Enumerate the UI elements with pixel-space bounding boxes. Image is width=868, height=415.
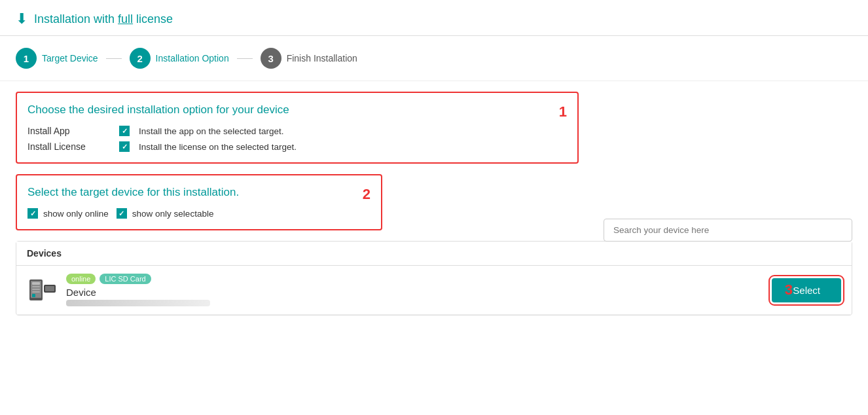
device-ip [66,300,210,306]
badge-lic-sd: LIC SD Card [99,274,151,284]
show-online-checkbox[interactable] [27,208,38,219]
install-app-checkbox[interactable] [119,126,130,136]
devices-header: Devices [16,242,852,266]
annotation-3: 3 [785,281,793,298]
option-2-description: Install the license on the selected targ… [139,142,567,152]
filter-selectable: show only selectable [117,208,214,219]
stepper: 1 Target Device 2 Installation Option 3 … [0,36,868,81]
step-3-circle: 3 [261,48,281,69]
device-badges: online LIC SD Card [66,274,764,284]
svg-rect-2 [32,282,40,285]
install-license-checkbox[interactable] [119,141,130,152]
option-1-label: Install App [27,126,106,136]
show-selectable-label: show only selectable [132,209,214,219]
svg-rect-6 [32,294,35,297]
search-box [604,219,852,242]
step-divider-1 [106,58,122,59]
devices-section: Devices online [16,241,852,316]
badge-online: online [66,274,96,284]
step-1: 1 Target Device [16,48,98,69]
step-3: 3 Finish Installation [261,48,357,69]
step-3-label: Finish Installation [287,53,357,63]
main-content: 1 Choose the desired installation option… [0,81,868,326]
step-2-label: Installation Option [156,53,229,63]
device-icon [27,274,58,306]
select-button[interactable]: Select [772,278,841,302]
option-1-description: Install the app on the selected target. [139,126,567,136]
filter-online: show only online [27,208,109,219]
option-2-label: Install License [27,141,106,152]
install-icon: ⬇ [16,10,27,27]
svg-rect-3 [32,286,40,287]
device-info: online LIC SD Card Device [66,274,764,306]
full-link[interactable]: full [118,12,133,26]
page-header: ⬇ Installation with full license [0,0,868,36]
options-grid: Install App Install the app on the selec… [27,126,567,152]
step-divider-2 [237,58,253,59]
show-selectable-checkbox[interactable] [117,208,127,219]
step-2: 2 Installation Option [130,48,229,69]
step-1-circle: 1 [16,48,37,69]
section1-title: Choose the desired installation option f… [27,103,567,117]
svg-rect-8 [45,286,54,291]
step-1-label: Target Device [42,53,98,63]
header-text: Installation with full license [34,12,173,26]
section2-title: Select the target device for this instal… [27,186,371,199]
filter-row: show only online show only selectable [27,208,371,219]
table-row: online LIC SD Card Device 3 Select [16,266,852,315]
annotation-1: 1 [559,103,567,120]
step-2-circle: 2 [130,48,151,69]
annotation-2: 2 [363,186,371,203]
search-input[interactable] [604,219,852,242]
svg-rect-5 [32,291,40,293]
installation-options-section: 1 Choose the desired installation option… [16,92,579,164]
show-online-label: show only online [43,209,109,219]
svg-rect-4 [32,289,40,290]
target-device-section: 2 Select the target device for this inst… [16,174,382,230]
device-name: Device [66,287,764,298]
